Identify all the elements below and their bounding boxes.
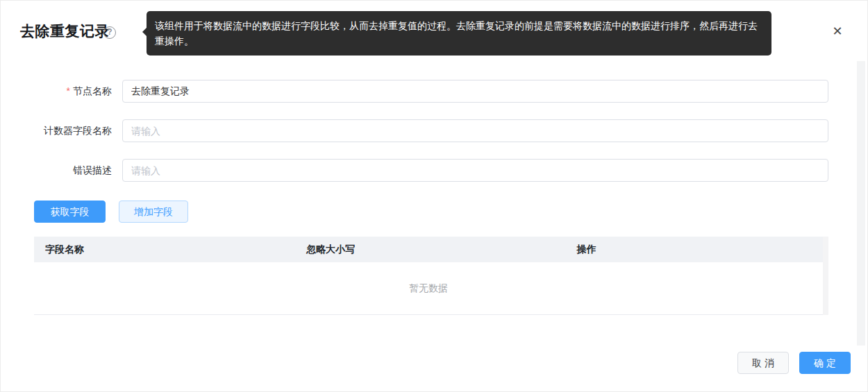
add-field-button[interactable]: 增加字段	[119, 201, 188, 223]
column-header-operations: 操作	[566, 244, 823, 256]
counter-field-input[interactable]	[122, 119, 828, 142]
table-scrollbar-gutter	[823, 237, 828, 315]
fields-table-header: 字段名称 忽略大小写 操作	[34, 237, 823, 262]
confirm-button[interactable]: 确 定	[799, 352, 851, 374]
column-header-field-name: 字段名称	[34, 244, 295, 256]
node-name-input[interactable]	[122, 80, 828, 103]
form-row-node-name: *节点名称	[1, 80, 868, 103]
fields-table: 字段名称 忽略大小写 操作 暂无数据	[34, 237, 828, 315]
empty-state-text: 暂无数据	[409, 282, 448, 295]
fields-table-empty-body: 暂无数据	[34, 262, 823, 315]
tooltip-text: 该组件用于将数据流中的数据进行字段比较，从而去掉重复值的过程。去除重复记录的前提…	[155, 20, 758, 46]
dedup-record-dialog: 去除重复记录 ? ✕ 该组件用于将数据流中的数据进行字段比较，从而去掉重复值的过…	[0, 0, 868, 392]
error-desc-input[interactable]	[122, 159, 828, 182]
fetch-fields-button[interactable]: 获取字段	[34, 201, 106, 223]
form-row-error-desc: 错误描述	[1, 159, 868, 182]
help-icon[interactable]: ?	[103, 26, 116, 39]
help-tooltip: 该组件用于将数据流中的数据进行字段比较，从而去掉重复值的过程。去除重复记录的前提…	[147, 11, 771, 56]
close-icon[interactable]: ✕	[830, 24, 845, 39]
node-name-label: *节点名称	[1, 80, 112, 103]
column-header-ignore-case: 忽略大小写	[295, 244, 566, 256]
required-mark: *	[67, 85, 70, 96]
counter-field-label: 计数器字段名称	[1, 119, 112, 142]
form-row-counter-field: 计数器字段名称	[1, 119, 868, 142]
page-title: 去除重复记录	[20, 22, 110, 41]
tooltip-arrow-icon	[142, 27, 147, 37]
cancel-button[interactable]: 取 消	[737, 352, 789, 374]
error-desc-label: 错误描述	[1, 159, 112, 182]
dialog-scrollbar[interactable]	[857, 61, 865, 346]
